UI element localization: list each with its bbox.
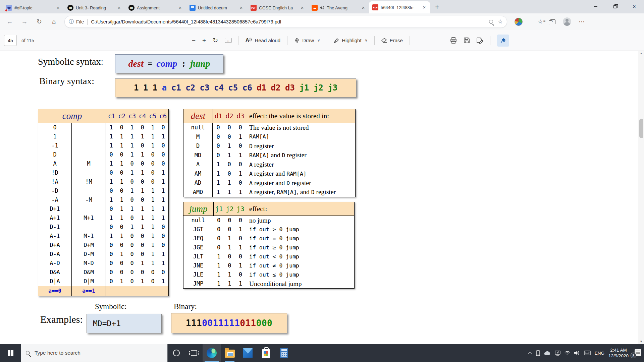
scrollbar-thumb[interactable] bbox=[639, 119, 643, 138]
browser-tab[interactable]: ☁The Aveng× bbox=[308, 2, 369, 13]
bit-value: 1 bbox=[224, 141, 235, 151]
bit-value: 1 bbox=[148, 250, 158, 259]
save-as-icon[interactable] bbox=[477, 37, 483, 44]
rotate-icon[interactable]: ↻ bbox=[213, 37, 218, 44]
pin-toolbar-button[interactable] bbox=[497, 35, 509, 47]
draw-button[interactable]: Draw ∨ bbox=[294, 38, 320, 43]
zoom-in-icon[interactable]: + bbox=[202, 37, 206, 44]
address-bar[interactable]: ⓘ File C:/Users/ljgar/Downloads/Document… bbox=[64, 16, 507, 28]
search-icon[interactable] bbox=[489, 20, 493, 24]
page-number-input[interactable]: 45 bbox=[4, 35, 17, 46]
windows-ink-icon[interactable] bbox=[555, 351, 560, 356]
read-aloud-button[interactable]: A Read aloud bbox=[245, 37, 280, 44]
browser-tab[interactable]: Untitled docum× bbox=[186, 2, 247, 13]
taskbar-search[interactable] bbox=[21, 344, 168, 362]
page-info-icon[interactable]: ⓘ bbox=[69, 18, 74, 25]
bit-value: 1 bbox=[137, 223, 148, 232]
language-indicator[interactable]: ENG bbox=[595, 351, 604, 356]
tab-close-icon[interactable]: × bbox=[238, 5, 244, 11]
url-text[interactable]: C:/Users/ljgar/Downloads/Documents/56440… bbox=[91, 19, 486, 24]
search-input[interactable] bbox=[34, 350, 145, 356]
bit-value: 1 bbox=[137, 277, 148, 286]
chevron-down-icon[interactable]: ∨ bbox=[365, 38, 368, 43]
tab-close-icon[interactable]: × bbox=[360, 5, 366, 11]
hidden-icons-chevron[interactable] bbox=[528, 352, 532, 354]
settings-more-icon[interactable]: ⋯ bbox=[579, 18, 585, 25]
taskbar-file-explorer[interactable] bbox=[221, 344, 239, 362]
fit-to-width-icon[interactable]: ↔ bbox=[225, 38, 231, 43]
comp-row: !D001101 bbox=[38, 168, 168, 177]
highlight-button[interactable]: Highlight ∨ bbox=[334, 38, 367, 43]
comp-bits-cell: 001101 bbox=[106, 168, 168, 177]
bit-value: 0 bbox=[158, 241, 168, 250]
browser-tab[interactable]: mUnit 3- Reading× bbox=[64, 2, 125, 13]
bit-value: 1 bbox=[213, 188, 224, 197]
taskbar-mail[interactable] bbox=[239, 344, 257, 362]
browser-tab[interactable]: PDF56440f_12f488fe× bbox=[369, 1, 430, 13]
effect-text: RAM[A] bbox=[286, 171, 307, 177]
erase-button[interactable]: Erase bbox=[381, 38, 403, 43]
taskbar-calculator[interactable] bbox=[275, 344, 293, 362]
minimize-button[interactable] bbox=[586, 0, 605, 13]
browser-tab[interactable]: #off-topic× bbox=[3, 2, 64, 13]
bit-value: 0 bbox=[235, 160, 246, 169]
save-icon[interactable] bbox=[464, 37, 470, 44]
browser-tab[interactable]: mAssignment× bbox=[125, 2, 186, 13]
bit-value: 0 bbox=[213, 141, 224, 151]
favorite-star-icon[interactable]: ☆ bbox=[498, 18, 503, 25]
volume-icon[interactable] bbox=[574, 351, 580, 355]
comp-table-footer: a==0 a==1 bbox=[38, 286, 168, 296]
tab-close-icon[interactable]: × bbox=[116, 5, 122, 11]
task-view-button[interactable] bbox=[185, 344, 203, 362]
tab-close-icon[interactable]: × bbox=[177, 5, 183, 11]
taskbar-edge[interactable] bbox=[203, 344, 221, 362]
home-icon[interactable]: ⌂ bbox=[49, 18, 59, 25]
close-button[interactable]: × bbox=[625, 0, 644, 13]
chevron-down-icon[interactable]: ∨ bbox=[317, 38, 320, 43]
scrollbar[interactable]: ▲ ▼ bbox=[638, 51, 644, 344]
comp-a0-cell: D-1 bbox=[38, 223, 72, 232]
binary-token: a bbox=[162, 83, 167, 93]
wifi-icon[interactable] bbox=[565, 351, 570, 355]
print-icon[interactable] bbox=[450, 37, 457, 44]
touch-keyboard-icon[interactable] bbox=[584, 351, 591, 355]
jump-row: JLE110if out ≤ 0 jump bbox=[183, 270, 354, 279]
bit-value: 1 bbox=[106, 141, 116, 150]
collections-icon[interactable] bbox=[550, 19, 555, 24]
comp-a1-cell: M bbox=[72, 159, 106, 168]
notification-center-button[interactable]: 8 bbox=[633, 349, 641, 357]
binary-example-token: 011 bbox=[240, 318, 256, 328]
comp-bits-header: c1c2c3c4c5c6 bbox=[106, 109, 168, 123]
jump-bits-cell: 101 bbox=[213, 261, 246, 270]
bit-value: 1 bbox=[158, 195, 168, 204]
scroll-down-icon[interactable]: ▼ bbox=[638, 340, 644, 343]
reload-icon[interactable]: ↻ bbox=[34, 18, 44, 25]
clock[interactable]: 2:41 AM 12/9/2020 bbox=[608, 347, 629, 359]
tab-close-icon[interactable]: × bbox=[299, 5, 305, 11]
phone-icon[interactable] bbox=[536, 350, 540, 356]
bit-value: 1 bbox=[148, 223, 158, 232]
start-button[interactable] bbox=[0, 344, 21, 362]
bit-value: 1 bbox=[213, 160, 224, 169]
bit-value: 0 bbox=[224, 132, 235, 142]
tab-close-icon[interactable]: × bbox=[421, 4, 427, 10]
effect-text: , and bbox=[297, 188, 311, 195]
profile-avatar[interactable] bbox=[563, 17, 571, 26]
comp-a0-cell: -A bbox=[38, 195, 72, 204]
tab-close-icon[interactable]: × bbox=[55, 5, 61, 11]
favorites-icon[interactable]: ☆ bbox=[538, 18, 543, 25]
scroll-up-icon[interactable]: ▲ bbox=[638, 52, 644, 55]
restore-button[interactable] bbox=[605, 0, 625, 13]
back-icon[interactable]: ← bbox=[5, 18, 15, 25]
bit-value: 0 bbox=[235, 178, 246, 188]
dest-row: AMD111A register, RAM[A], and D register bbox=[183, 188, 355, 197]
zoom-out-icon[interactable]: − bbox=[192, 37, 196, 44]
dest-name-cell: AD bbox=[183, 178, 213, 188]
idm-extension-icon[interactable] bbox=[515, 18, 523, 26]
browser-tab[interactable]: PDFGCSE Englich La× bbox=[247, 2, 308, 13]
cortana-button[interactable] bbox=[168, 344, 185, 362]
new-tab-button[interactable]: + bbox=[432, 2, 442, 12]
taskbar-store[interactable] bbox=[257, 344, 275, 362]
onedrive-cloud-icon[interactable] bbox=[544, 351, 551, 355]
forward-icon[interactable]: → bbox=[19, 18, 30, 25]
